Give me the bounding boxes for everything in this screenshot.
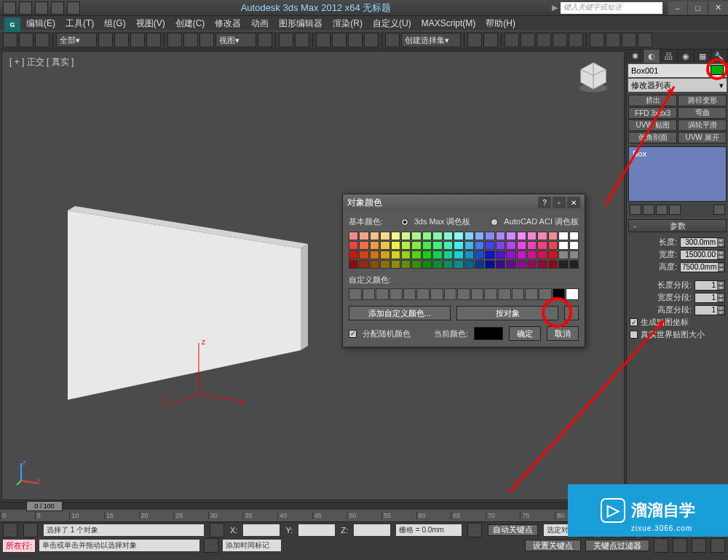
minimize-button[interactable]: – — [667, 1, 687, 15]
palette-swatch[interactable] — [411, 251, 421, 259]
palette-swatch[interactable] — [432, 241, 442, 250]
x-field[interactable] — [243, 524, 280, 536]
palette-swatch[interactable] — [349, 241, 358, 250]
hierarchy-tab[interactable]: 品 — [660, 50, 677, 63]
create-tab[interactable]: ✺ — [627, 50, 644, 63]
palette-swatch[interactable] — [443, 241, 453, 250]
palette-swatch[interactable] — [527, 232, 537, 240]
palette-swatch[interactable] — [454, 232, 463, 240]
dialog-close-button[interactable]: ✕ — [567, 197, 580, 208]
color-picker-icon[interactable] — [564, 306, 579, 320]
palette-swatch[interactable] — [548, 260, 558, 269]
palette-swatch[interactable] — [496, 232, 505, 240]
lock-icon[interactable] — [210, 523, 224, 537]
by-object-button[interactable]: 按对象 — [456, 306, 558, 320]
palette-swatch[interactable] — [391, 260, 400, 269]
material-editor-icon[interactable] — [569, 33, 583, 47]
realscale-checkbox[interactable] — [630, 331, 638, 339]
menu-maxscript[interactable]: MAXScript(M) — [422, 18, 476, 28]
palette-swatch[interactable] — [548, 251, 558, 259]
unique-icon[interactable] — [656, 205, 668, 215]
render-setup-icon[interactable] — [590, 33, 604, 47]
palette-swatch[interactable] — [558, 251, 568, 259]
utilities-tab[interactable]: 🔧 — [711, 50, 728, 63]
menu-group[interactable]: 组(G) — [104, 17, 125, 30]
mirror-icon[interactable] — [467, 33, 482, 47]
script-icon[interactable] — [204, 538, 218, 553]
maximize-button[interactable]: □ — [687, 1, 708, 15]
addtime-field[interactable]: 添加时间标记 — [223, 540, 281, 551]
palette-swatch[interactable] — [443, 260, 453, 269]
palette-swatch[interactable] — [475, 251, 484, 259]
custom-swatch[interactable] — [525, 288, 538, 300]
nav-zoom-icon[interactable] — [673, 538, 687, 553]
scale-icon[interactable] — [199, 33, 214, 47]
cancel-button[interactable]: 取消 — [547, 326, 579, 341]
palette-swatch[interactable] — [432, 232, 442, 240]
custom-swatch[interactable] — [444, 288, 457, 300]
palette-swatch[interactable] — [537, 232, 547, 240]
unlink-icon[interactable] — [19, 33, 33, 47]
palette-swatch[interactable] — [380, 241, 389, 250]
dialog-expand-button[interactable]: ▫ — [553, 197, 566, 208]
width-spinner[interactable]: 15000.00▲▼ — [680, 250, 725, 260]
sel-lock-icon[interactable] — [3, 523, 17, 537]
palette-swatch[interactable] — [485, 232, 494, 240]
hseg-spinner[interactable]: 1▲▼ — [695, 305, 725, 315]
palette-swatch[interactable] — [454, 260, 463, 269]
palette-swatch[interactable] — [475, 260, 484, 269]
palette-swatch[interactable] — [496, 260, 505, 269]
menu-modifiers[interactable]: 修改器 — [215, 17, 241, 30]
menu-render[interactable]: 渲染(R) — [333, 17, 363, 30]
palette-swatch[interactable] — [517, 232, 526, 240]
y-field[interactable] — [298, 524, 335, 536]
z-field[interactable] — [354, 524, 390, 536]
viewport-label[interactable]: [ + ] 正交 [ 真实 ] — [9, 56, 74, 68]
palette-swatch[interactable] — [370, 232, 379, 240]
palette-swatch[interactable] — [537, 241, 547, 250]
object-color-swatch[interactable] — [711, 65, 724, 75]
params-rollout-header[interactable]: 参数 — [628, 219, 727, 232]
refcoord-dropdown[interactable]: 视图 ▾ — [215, 33, 256, 47]
palette-swatch[interactable] — [558, 260, 568, 269]
stack-item-box[interactable]: Box — [630, 149, 724, 159]
bind-icon[interactable] — [35, 33, 50, 47]
palette-swatch[interactable] — [391, 241, 400, 250]
palette-swatch[interactable] — [464, 260, 474, 269]
palette-swatch[interactable] — [485, 241, 494, 250]
mod-turbosmooth[interactable]: 涡轮平滑 — [678, 119, 727, 131]
wseg-spinner[interactable]: 1▲▼ — [695, 293, 725, 303]
palette-swatch[interactable] — [401, 260, 411, 269]
palette-swatch[interactable] — [422, 232, 432, 240]
window-cross-icon[interactable] — [146, 33, 161, 47]
selection-filter-dropdown[interactable]: 全部 ▾ — [56, 33, 97, 47]
palette-swatch[interactable] — [411, 260, 421, 269]
palette-swatch[interactable] — [380, 251, 389, 259]
palette-swatch[interactable] — [569, 232, 579, 240]
length-spinner[interactable]: 300.0mm▲▼ — [680, 237, 725, 248]
current-color-swatch[interactable] — [474, 327, 503, 340]
menu-help[interactable]: 帮助(H) — [486, 17, 515, 30]
snap-icon[interactable] — [316, 33, 331, 47]
dialog-titlebar[interactable]: 对象颜色 ? ▫ ✕ — [343, 194, 585, 210]
nav-max-icon[interactable] — [711, 538, 725, 553]
palette-swatch[interactable] — [475, 241, 484, 250]
palette-swatch[interactable] — [443, 251, 453, 259]
palette-swatch[interactable] — [527, 260, 537, 269]
autokey-button[interactable]: 自动关键点 — [488, 524, 538, 536]
palette-swatch[interactable] — [548, 241, 558, 250]
custom-swatch[interactable] — [471, 288, 484, 300]
palette-swatch[interactable] — [464, 232, 474, 240]
custom-swatch[interactable] — [389, 288, 403, 300]
custom-swatch[interactable] — [512, 288, 525, 300]
configure-icon[interactable] — [713, 205, 725, 215]
palette-swatch[interactable] — [506, 232, 515, 240]
palette-swatch[interactable] — [370, 251, 379, 259]
menu-tools[interactable]: 工具(T) — [66, 17, 94, 30]
lseg-spinner[interactable]: 1▲▼ — [695, 280, 725, 291]
help-search-input[interactable]: 键入关键字或短语 — [561, 2, 662, 14]
remove-mod-icon[interactable] — [669, 205, 681, 215]
custom-swatch[interactable] — [376, 288, 389, 300]
palette-swatch[interactable] — [422, 241, 432, 250]
add-custom-color-button[interactable]: 添加自定义颜色... — [349, 306, 451, 320]
